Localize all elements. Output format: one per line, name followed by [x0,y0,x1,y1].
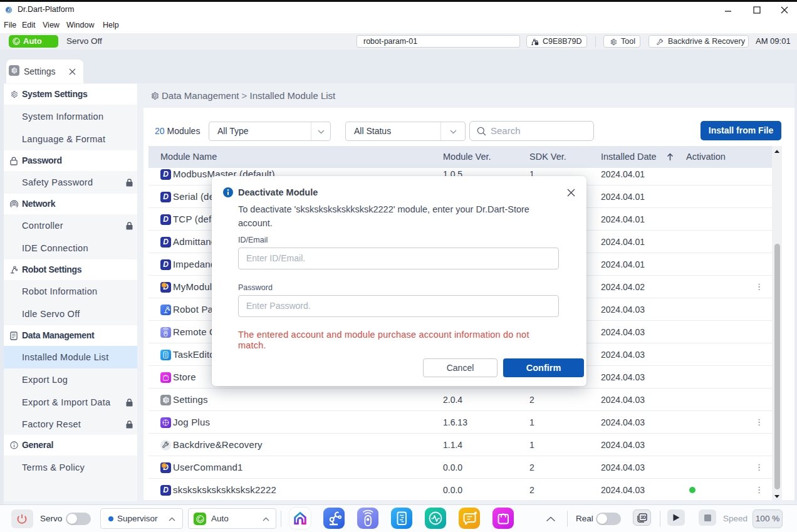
svg-text:3D: 3D [640,515,646,519]
